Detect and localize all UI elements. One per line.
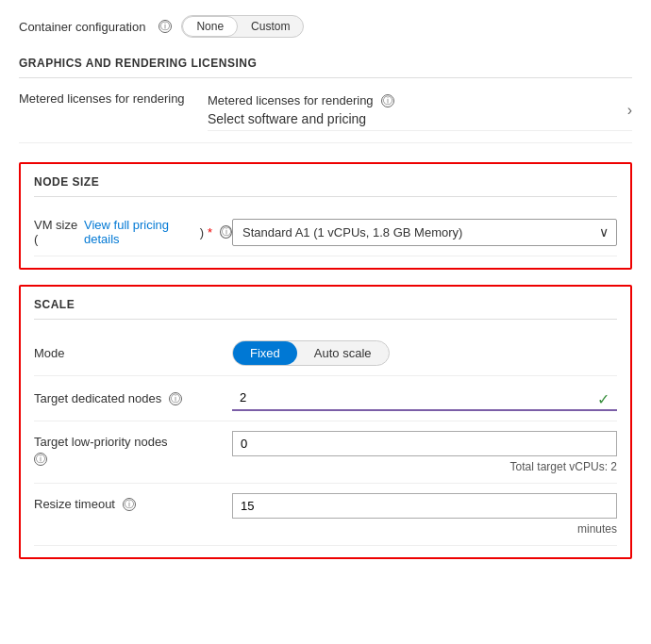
metered-link-row[interactable]: Metered licenses for rendering ⓘ Select … [208,90,632,131]
target-dedicated-label: Target dedicated nodes ⓘ [34,391,232,405]
target-low-priority-input[interactable] [232,431,617,456]
resize-timeout-label: Resize timeout ⓘ [34,493,232,511]
scale-section-title: SCALE [34,298,617,320]
target-dedicated-checkmark-icon: ✓ [597,389,609,407]
container-config-info-icon[interactable]: ⓘ [159,20,172,33]
resize-timeout-input-container [232,493,617,519]
node-size-section: NODE SIZE VM size (View full pricing det… [19,162,632,270]
target-dedicated-info-icon[interactable]: ⓘ [169,392,182,405]
metered-link-info-icon[interactable]: ⓘ [381,94,394,107]
mode-label: Mode [34,346,232,360]
vm-size-dropdown[interactable]: Standard A1 (1 vCPUs, 1.8 GB Memory) ∨ [232,219,617,246]
vm-size-info-icon[interactable]: ⓘ [220,225,232,239]
vm-size-selected-value: Standard A1 (1 vCPUs, 1.8 GB Memory) [242,225,462,239]
metered-licenses-row: Metered licenses for rendering Metered l… [19,78,632,143]
mode-toggle-group: Fixed Auto scale [232,340,390,366]
metered-link-chevron-icon: › [627,102,632,119]
scale-section: SCALE Mode Fixed Auto scale Target dedic… [19,285,632,559]
container-config-label: Container configuration [19,20,145,34]
metered-licenses-content: Metered licenses for rendering ⓘ Select … [208,90,632,131]
target-dedicated-input-wrapper: ✓ [232,386,617,411]
vm-size-required-mark: * [208,225,212,239]
target-low-priority-label: Target low-priority nodes ⓘ [34,431,232,466]
target-dedicated-row: Target dedicated nodes ⓘ ✓ [34,376,617,421]
mode-fixed-btn[interactable]: Fixed [233,341,297,365]
minutes-label: minutes [232,522,617,536]
container-config-none-btn[interactable]: None [182,16,238,37]
resize-timeout-content: minutes [232,493,617,536]
container-config-custom-btn[interactable]: Custom [238,16,303,37]
mode-toggle-content: Fixed Auto scale [232,340,617,366]
total-vcpus-label: Total target vCPUs: 2 [232,460,617,473]
container-config-row: Container configuration ⓘ None Custom [19,15,632,38]
vm-size-row: VM size (View full pricing details) * ⓘ … [34,208,617,256]
mode-row: Mode Fixed Auto scale [34,331,617,376]
vm-size-pricing-link[interactable]: View full pricing details [84,218,196,246]
vm-size-label: VM size (View full pricing details) * ⓘ [34,218,232,246]
target-low-priority-content: Total target vCPUs: 2 [232,431,617,473]
metered-link-subtitle: Select software and pricing [208,107,394,126]
vm-size-chevron-icon: ∨ [599,224,609,239]
vm-size-select-wrapper: Standard A1 (1 vCPUs, 1.8 GB Memory) ∨ [232,219,617,246]
target-dedicated-input-container: ✓ [232,386,617,411]
target-low-priority-info-icon[interactable]: ⓘ [34,453,47,466]
target-dedicated-input[interactable] [232,386,617,411]
node-size-title: NODE SIZE [34,175,617,197]
graphics-section: GRAPHICS AND RENDERING LICENSING Metered… [19,57,632,143]
resize-timeout-row: Resize timeout ⓘ minutes [34,484,617,546]
resize-timeout-info-icon[interactable]: ⓘ [123,498,136,511]
resize-timeout-input[interactable] [232,493,617,519]
target-low-priority-input-container [232,431,617,456]
mode-autoscale-btn[interactable]: Auto scale [297,341,389,365]
metered-licenses-label: Metered licenses for rendering [19,90,208,106]
graphics-section-title: GRAPHICS AND RENDERING LICENSING [19,57,632,78]
metered-link-title: Metered licenses for rendering ⓘ [208,93,394,107]
container-config-toggle-group: None Custom [181,15,304,38]
target-low-priority-row: Target low-priority nodes ⓘ Total target… [34,421,617,484]
